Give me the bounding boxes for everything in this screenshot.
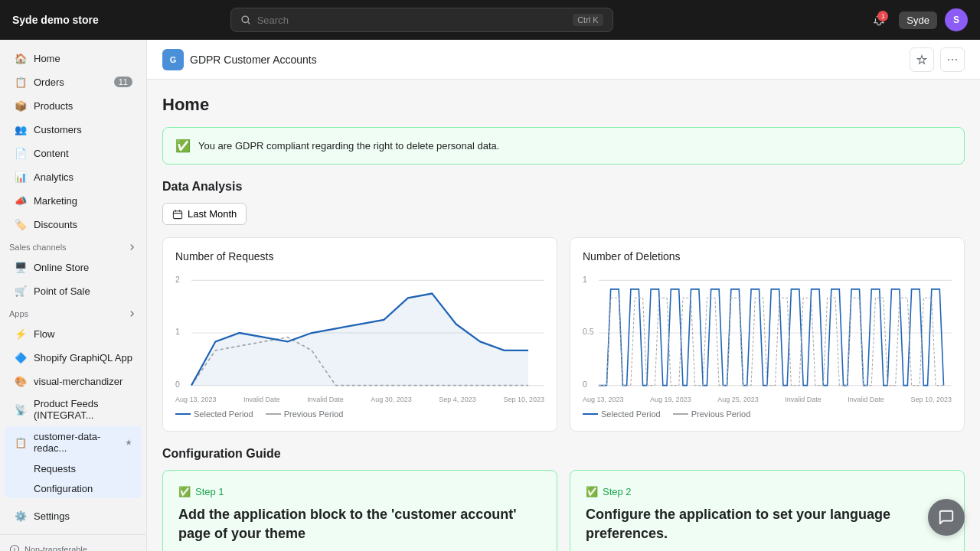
pin-icon [125,438,132,447]
discounts-icon: 🏷️ [14,217,28,231]
previous-period-line [266,413,281,415]
notification-button[interactable]: 1 [867,8,891,32]
online-store-icon: 🖥️ [14,260,28,274]
sidebar-item-discounts-label: Discounts [34,219,77,230]
flow-icon: ⚡ [14,327,28,341]
sidebar-item-products-label: Products [34,100,73,112]
apps-section: Apps [0,303,146,321]
svg-text:2: 2 [175,274,180,284]
home-icon: 🏠 [14,51,28,65]
chart-deletions-svg: 1 0.5 0 [583,272,952,394]
sidebar-item-visual-merch-label: visual-merchandizer [34,376,122,387]
sidebar-item-customers[interactable]: 👥 Customers [5,118,142,141]
visual-merch-icon: 🎨 [14,374,28,388]
sidebar-subnav-configuration[interactable]: Configuration [9,479,137,498]
chat-icon [938,509,955,526]
step2-label-text: Step 2 [603,486,632,497]
chart-deletions-title: Number of Deletions [583,250,952,262]
config-step-2-card: ✅ Step 2 Configure the application to se… [570,470,965,551]
subnav-configuration-label: Configuration [34,483,93,494]
sidebar-item-online-store[interactable]: 🖥️ Online Store [5,256,142,279]
app-title: GDPR Customer Accounts [190,54,317,66]
chart-requests: Number of Requests 2 1 0 [162,237,557,432]
avatar[interactable]: S [945,8,968,31]
customers-icon: 👥 [14,122,28,136]
orders-badge: 11 [114,77,132,87]
sidebar-item-online-store-label: Online Store [34,262,89,273]
chart-deletions-x-labels: Aug 13, 2023 Aug 19, 2023 Aug 25, 2023 I… [583,396,952,403]
svg-text:1: 1 [175,327,180,337]
svg-text:0: 0 [583,379,587,389]
pin-icon-header [916,54,927,65]
app-header-right [910,47,965,72]
sidebar-item-customer-data-label: customer-data-redac... [34,431,119,454]
sidebar-item-flow[interactable]: ⚡ Flow [5,322,142,345]
main-content: G GDPR Customer Accounts Home ✅ You are … [147,40,980,551]
sidebar-item-visual-merchandizer[interactable]: 🎨 visual-merchandizer [5,370,142,393]
calendar-icon [172,209,183,220]
sidebar-item-marketing-label: Marketing [34,195,77,207]
config-step-2-title: Configure the application to set your la… [586,505,949,543]
more-icon [947,54,958,65]
sidebar-item-orders[interactable]: 📋 Orders 11 [5,70,142,93]
topbar: Syde demo store Ctrl K 1 Syde S [0,0,980,40]
chat-button[interactable] [928,499,965,536]
sidebar-footer: Non-transferable Global Nav preview [0,534,146,551]
pin-button[interactable] [910,47,934,72]
svg-text:0.5: 0.5 [583,327,594,337]
legend-selected-period: Selected Period [175,409,253,419]
sidebar-item-customer-data[interactable]: 📋 customer-data-redac... [5,426,142,458]
config-section-title: Configuration Guide [162,447,965,461]
subnav-requests-label: Requests [34,463,76,474]
apps-chevron-icon [128,309,137,318]
legend-previous-period-2: Previous Period [673,409,751,419]
sidebar-item-home[interactable]: 🏠 Home [5,47,142,70]
sidebar-item-products[interactable]: 📦 Products [5,94,142,117]
sales-channels-section: Sales channels [0,236,146,255]
search-bar[interactable]: Ctrl K [230,8,613,32]
search-shortcut: Ctrl K [573,14,603,26]
sidebar-item-flow-label: Flow [34,328,54,340]
legend-selected-period-2: Selected Period [583,409,661,419]
sidebar-item-customers-label: Customers [34,124,82,135]
sidebar-item-shopify-graphql[interactable]: 🔷 Shopify GraphiQL App [5,346,142,369]
alert-text: You are GDPR compliant regarding the rig… [198,140,499,152]
sidebar-item-settings[interactable]: ⚙️ Settings [5,504,142,527]
chart-requests-legend: Selected Period Previous Period [175,409,544,419]
footer-text: Non-transferable [24,545,87,551]
app-header-left: G GDPR Customer Accounts [162,49,317,70]
search-icon [240,15,251,25]
sidebar-item-content-label: Content [34,148,69,159]
sidebar-item-discounts[interactable]: 🏷️ Discounts [5,213,142,236]
sidebar-item-product-feeds[interactable]: 📡 Product Feeds (INTEGRAT... [5,393,142,425]
config-step-1-label: ✅ Step 1 [178,486,541,497]
user-name-button[interactable]: Syde [899,11,937,29]
search-input[interactable] [257,15,567,26]
config-cards: ✅ Step 1 Add the application block to th… [162,470,965,551]
svg-text:0: 0 [175,379,180,389]
orders-icon: 📋 [14,75,28,89]
sidebar-item-point-of-sale[interactable]: 🛒 Point of Sale [5,279,142,302]
chart-deletions: Number of Deletions 1 0.5 0 [570,237,965,432]
sidebar-item-marketing[interactable]: 📣 Marketing [5,189,142,212]
notification-badge: 1 [877,11,888,21]
sidebar-item-home-label: Home [34,53,60,64]
graphql-icon: 🔷 [14,350,28,364]
chevron-right-icon [128,243,137,252]
sidebar-item-analytics-label: Analytics [34,171,74,183]
chart-requests-area: 2 1 0 [175,272,544,394]
sidebar-item-content[interactable]: 📄 Content [5,142,142,165]
app-header: G GDPR Customer Accounts [147,40,980,80]
pos-icon: 🛒 [14,284,28,298]
marketing-icon: 📣 [14,194,28,207]
selected-period-line [175,413,191,415]
product-feeds-icon: 📡 [14,403,28,416]
date-filter-button[interactable]: Last Month [162,203,247,225]
chart-deletions-area: 1 0.5 0 [583,272,952,394]
more-options-button[interactable] [940,47,965,72]
svg-rect-5 [173,210,181,218]
sidebar-item-analytics[interactable]: 📊 Analytics [5,165,142,188]
svg-point-3 [952,58,953,60]
config-step-2-label: ✅ Step 2 [586,486,949,497]
sidebar-subnav-requests[interactable]: Requests [9,459,137,478]
